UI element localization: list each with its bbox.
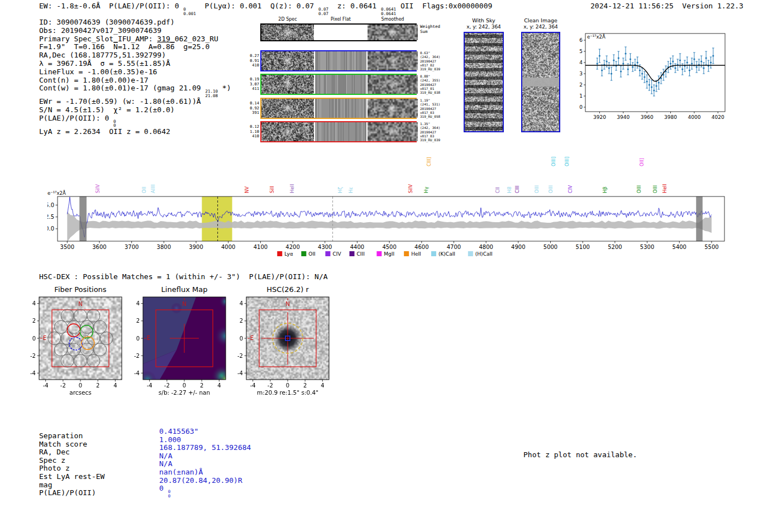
smoothed-image xyxy=(368,75,418,94)
x-tick-label: -4 xyxy=(250,382,256,389)
info-line: Cont(n) = 1.80(±0.00)e-17 xyxy=(39,76,231,85)
smoothed-image xyxy=(368,122,418,141)
y-tick-label: 4 xyxy=(32,300,36,306)
masked-region xyxy=(79,196,87,241)
cutout-overlay: -4-4-2-2002244NE xyxy=(124,294,231,393)
line-fit-plot: 3920394039603980400040200123456e⁻¹⁷x2Å xyxy=(564,26,737,126)
legend-swatch xyxy=(404,251,409,256)
spectrum-line xyxy=(67,197,712,237)
full-spectrum-plot: 3500360037003800390040004100420043004400… xyxy=(47,143,736,261)
match-row-label: Photo z xyxy=(39,464,70,473)
text-run: Obs: 20190427v017_3090074639 xyxy=(39,26,161,35)
svg-text:5100: 5100 xyxy=(575,244,589,250)
match-row-value: nan(±nan)Å xyxy=(159,468,203,477)
info-line: Obs: 20190427v017_3090074639 xyxy=(39,27,231,35)
svg-text:0.0: 0.0 xyxy=(47,226,54,232)
svg-text:5500: 5500 xyxy=(704,244,718,250)
fit-errorbars xyxy=(596,47,714,96)
line-label: Hγ xyxy=(423,187,429,193)
text-run: EW: -1.8±-0.6Å P(LAE)/P(OII): 0 xyxy=(39,2,183,10)
y-tick-label: 4 xyxy=(240,300,243,306)
legend-swatch xyxy=(468,251,473,256)
svg-text:4800: 4800 xyxy=(479,244,493,250)
spec2d-row-stats: 0.121.10410 xyxy=(245,124,259,139)
svg-text:3: 3 xyxy=(579,71,583,76)
fit-units-label: e⁻¹⁷x2Å xyxy=(587,33,605,40)
overlined-text: N xyxy=(113,42,118,51)
spec2d-row-meta: 1.35"(242, 364)20190427v017_03319_RU_039 xyxy=(420,122,440,142)
x-tick-label: -2 xyxy=(268,382,273,389)
text-run: LyA z = 2.2634 OII z = 0.0642 xyxy=(39,127,170,136)
stacked-value: 21.1021.08 xyxy=(205,89,218,98)
legend-swatch xyxy=(350,251,355,256)
line-label: OIII xyxy=(636,185,642,193)
spec2d-strip xyxy=(260,50,417,71)
cutout-xlabel: s/b: -2.27 +/- nan xyxy=(159,389,210,396)
clean-title: Clean Image xyxy=(524,17,557,23)
svg-text:3980: 3980 xyxy=(664,114,677,120)
svg-text:6: 6 xyxy=(579,37,583,43)
match-row-value: 168.187789, 51.392684 xyxy=(159,444,251,452)
svg-text:2.5: 2.5 xyxy=(47,214,54,220)
x-tick-label: 2 xyxy=(200,382,203,389)
legend-label: (K)CaII xyxy=(438,251,455,257)
info-line: LineFlux = -1.00(±0.35)e-16 xyxy=(39,68,231,76)
match-row-value: 0 00 xyxy=(159,485,170,498)
compass-east: E xyxy=(250,335,254,341)
compass-north: N xyxy=(182,301,186,307)
legend-swatch xyxy=(277,251,282,256)
header-stats: EW: -1.8±-0.6Å P(LAE)/P(OII): 0 00.001 P… xyxy=(39,2,492,16)
spec2d-row-meta: 0.63"(242, 364)20190427v017_02319_RU_039 xyxy=(420,51,440,71)
text-run: LineFlux = -1.00(±0.35)e-16 xyxy=(39,68,157,76)
line-label: SiII xyxy=(269,186,275,193)
x-tick-label: 0 xyxy=(183,382,186,389)
line-label: CIV xyxy=(568,185,573,193)
text-run: λ = 3967.19Å σ = 5.55(±1.85)Å xyxy=(39,59,170,68)
masked-region xyxy=(696,196,703,241)
x-tick-label: 0 xyxy=(79,382,82,389)
x-tick-label: -4 xyxy=(43,382,49,389)
photz-note: Phot z plot not available. xyxy=(523,451,637,459)
compass-north: N xyxy=(78,301,82,307)
svg-text:4300: 4300 xyxy=(318,244,332,250)
y-tick-label: 4 xyxy=(136,300,140,306)
pixelflat-image xyxy=(315,75,366,94)
cutout-overlay: -4-4-2-2002244NE xyxy=(227,294,335,393)
text-run: OII Flags:0x00000009 xyxy=(396,2,492,10)
object-info-block: ID: 3090074639 (3090074639.pdf)Obs: 2019… xyxy=(39,18,231,136)
legend-label: Lyα xyxy=(284,251,293,257)
x-tick-label: 2 xyxy=(96,382,99,389)
cutout-title: Fiber Positions xyxy=(54,285,106,294)
y-tick-label: -4 xyxy=(134,370,140,376)
svg-text:5300: 5300 xyxy=(640,244,654,250)
match-row-label: Spec z xyxy=(39,457,65,465)
compass-east: E xyxy=(147,335,150,341)
spec2d-image xyxy=(261,122,314,141)
spec2d-row-meta: 1.19"(241, 531)20190427v017_03319_RU_058 xyxy=(420,98,440,118)
with_sky-image xyxy=(465,33,503,131)
info-line: LyA z = 2.2634 OII z = 0.0642 xyxy=(39,128,231,136)
emission-line-labels: SiIVOIIAlIIINVSiIIHeIIHζHεSiIVHγCIII]CII… xyxy=(95,156,667,193)
line-label: SiIV xyxy=(95,184,101,193)
y-tick-label: -2 xyxy=(134,353,140,359)
svg-text:5000: 5000 xyxy=(543,244,557,250)
spec2d-strip xyxy=(260,23,417,41)
y-tick-label: 2 xyxy=(240,318,243,324)
spec2d-image xyxy=(261,75,314,94)
match-row-label: RA, Dec xyxy=(39,448,70,457)
spectrum-units-label: e⁻¹⁷x2Å xyxy=(47,190,66,196)
fit-axes: 3920394039603980400040200123456 xyxy=(579,33,725,120)
spec2d-strip xyxy=(260,74,417,95)
legend-swatch xyxy=(431,251,436,256)
y-tick-label: 2 xyxy=(32,318,36,324)
text-run: RA,Dec (168.187775,51.392799) xyxy=(39,51,166,59)
legend-swatch xyxy=(301,251,306,256)
match-row-value: 1.000 xyxy=(159,436,181,444)
fiber-red xyxy=(67,324,80,337)
match-row-label: P(LAE)/P(OII) xyxy=(39,489,96,497)
svg-text:4100: 4100 xyxy=(254,244,268,250)
line-label: H8 xyxy=(507,186,512,193)
line-label: OII] xyxy=(639,158,645,166)
spec2d-row-stats: 0.270.91410 xyxy=(245,54,259,68)
match-row-value: N/A xyxy=(159,452,172,461)
